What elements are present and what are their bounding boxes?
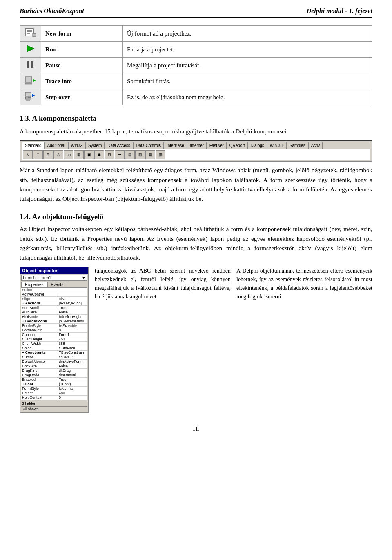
prop-row: ActiveControl — [21, 292, 87, 297]
palette-component-icon[interactable]: ▥ — [135, 150, 145, 159]
prop-row: DefaultMonitordmActiveForm — [21, 360, 87, 364]
prop-value[interactable]: True — [58, 378, 87, 382]
prop-row: AlignalNone — [21, 297, 87, 301]
palette-component-icon[interactable]: ▤ — [125, 150, 135, 159]
prop-value[interactable]: TSizeConstrain — [58, 351, 87, 355]
svg-marker-5 — [27, 45, 34, 52]
prop-row: CursorcrDefault — [21, 355, 87, 360]
section-1-3-body1: A komponenspalettán alapesetben 15 lapon… — [20, 127, 372, 136]
palette-tab[interactable]: Additional — [45, 142, 68, 149]
object-inspector-tabs: PropertiesEvents — [21, 282, 87, 288]
prop-value[interactable]: dmActiveForm — [58, 360, 87, 364]
prop-name: ActiveControl — [21, 292, 58, 296]
palette-component-icon[interactable]: ▦ — [145, 150, 155, 159]
toolbar-row: Step overEz is, de az eljárásokba nem me… — [20, 89, 372, 105]
palette-component-icon[interactable]: □ — [33, 150, 43, 159]
prop-value[interactable]: crDefault — [58, 355, 87, 359]
prop-name: DragMode — [21, 373, 58, 377]
palette-component-icon[interactable]: ↖ — [23, 150, 33, 159]
prop-name: Enabled — [21, 378, 58, 382]
prop-value[interactable]: 453 — [58, 337, 87, 341]
palette-component-icon[interactable]: A — [53, 150, 63, 159]
palette-tab[interactable]: Win32 — [68, 142, 85, 149]
palette-component-icon[interactable]: ⊞ — [43, 150, 53, 159]
palette-tab[interactable]: FastNet — [207, 142, 227, 149]
prop-name: Height — [21, 391, 58, 395]
palette-tab[interactable]: Internet — [187, 142, 207, 149]
prop-value[interactable]: bdLeftToRight — [58, 315, 87, 319]
new-form-icon — [20, 26, 41, 42]
two-col-inner: tulajdonságok az ABC betűi szerint növek… — [95, 267, 372, 301]
prop-row: BorderStylebsSizeable — [21, 324, 87, 328]
oi-tab-properties[interactable]: Properties — [21, 282, 47, 287]
palette-tab[interactable]: Samples — [287, 142, 308, 149]
svg-rect-1 — [27, 30, 32, 31]
prop-value[interactable]: [akLeft,akTop] — [58, 301, 87, 305]
palette-tab[interactable]: Activ — [308, 142, 323, 149]
toolbar-label: Pause — [41, 58, 123, 73]
palette-tab[interactable]: Data Access — [105, 142, 133, 149]
object-inspector-dropdown[interactable]: Form1: TForm1 ▼ — [21, 275, 87, 281]
prop-value[interactable]: Form1 — [58, 333, 87, 337]
prop-row: CaptionForm1 — [21, 333, 87, 337]
prop-value[interactable]: fsNormal — [58, 387, 87, 391]
svg-rect-10 — [25, 83, 32, 84]
prop-name: ClientHeight — [21, 337, 58, 341]
prop-value[interactable] — [58, 292, 87, 296]
svg-rect-4 — [33, 33, 36, 37]
palette-tab[interactable]: Standard — [22, 142, 45, 149]
pause-icon — [20, 58, 41, 73]
prop-name: HelpContext — [21, 396, 58, 400]
toolbar-row: PauseMegállítja a project futtatását. — [20, 58, 372, 73]
prop-row: DragModedmManual — [21, 373, 87, 378]
prop-row: DockSiteFalse — [21, 364, 87, 369]
prop-value[interactable]: 0 — [58, 396, 87, 400]
section-1-3-body2: Már a Standard lapon található elemekkel… — [20, 166, 372, 204]
prop-name: BorderWidth — [21, 328, 58, 332]
palette-tab[interactable]: Win 3.1 — [267, 142, 287, 149]
prop-name: DockSite — [21, 364, 58, 368]
palette-tab[interactable]: InterBase — [164, 142, 187, 149]
palette-component-icon[interactable]: ab — [64, 150, 74, 159]
palette-tab[interactable]: Data Controls — [133, 142, 164, 149]
palette-component-icon[interactable]: ▦ — [74, 150, 84, 159]
prop-name: Color — [21, 346, 58, 350]
toolbar-description: Megállítja a project futtatását. — [123, 58, 372, 73]
prop-value[interactable]: dkDrag — [58, 369, 87, 373]
prop-value[interactable]: False — [58, 364, 87, 368]
toolbar-description: Új formot ad a projecthez. — [123, 26, 372, 42]
prop-name: FormStyle — [21, 387, 58, 391]
section-1-4-body1: Az Object Inspector voltaképpen egy kétl… — [20, 224, 372, 262]
prop-value[interactable]: True — [58, 306, 87, 310]
prop-value[interactable]: 0 — [58, 328, 87, 332]
prop-value[interactable]: 480 — [58, 391, 87, 395]
palette-tab[interactable]: QReport — [227, 142, 248, 149]
prop-row: + BorderIcons[biSystemMenu — [21, 319, 87, 324]
toolbar-row: New formÚj formot ad a projecthez. — [20, 26, 372, 42]
prop-name: DefaultMonitor — [21, 360, 58, 364]
prop-value[interactable]: clBtnFace — [58, 346, 87, 350]
palette-tab[interactable]: Dialogs — [248, 142, 267, 149]
palette-component-icon[interactable]: ▨ — [156, 150, 165, 159]
prop-row: Height480 — [21, 391, 87, 396]
oi-tab-events[interactable]: Events — [47, 282, 67, 287]
palette-component-icon[interactable]: ⊟ — [105, 150, 114, 159]
prop-value[interactable]: bsSizeable — [58, 324, 87, 328]
palette-component-icon[interactable]: ▣ — [84, 150, 94, 159]
svg-marker-9 — [33, 79, 36, 82]
toolbar-row: Trace intoSoronkénti futtás. — [20, 73, 372, 89]
prop-value[interactable]: (TFont) — [58, 382, 87, 386]
palette-tab[interactable]: System — [85, 142, 105, 149]
prop-row: AutoSizeFalse — [21, 310, 87, 315]
palette-component-icon[interactable]: ◉ — [94, 150, 104, 159]
prop-value[interactable]: 688 — [58, 342, 87, 346]
prop-value[interactable]: [biSystemMenu — [58, 319, 87, 323]
toolbar-row: RunFuttatja a projectet. — [20, 42, 372, 58]
prop-value[interactable]: False — [58, 310, 87, 314]
prop-value[interactable]: dmManual — [58, 373, 87, 377]
two-col-section: Object Inspector Form1: TForm1 ▼ Propert… — [20, 267, 372, 413]
palette-component-icon[interactable]: ☰ — [115, 150, 125, 159]
prop-value[interactable] — [58, 288, 87, 292]
palette-tabs: StandardAdditionalWin32SystemData Access… — [22, 142, 370, 149]
prop-value[interactable]: alNone — [58, 297, 87, 301]
